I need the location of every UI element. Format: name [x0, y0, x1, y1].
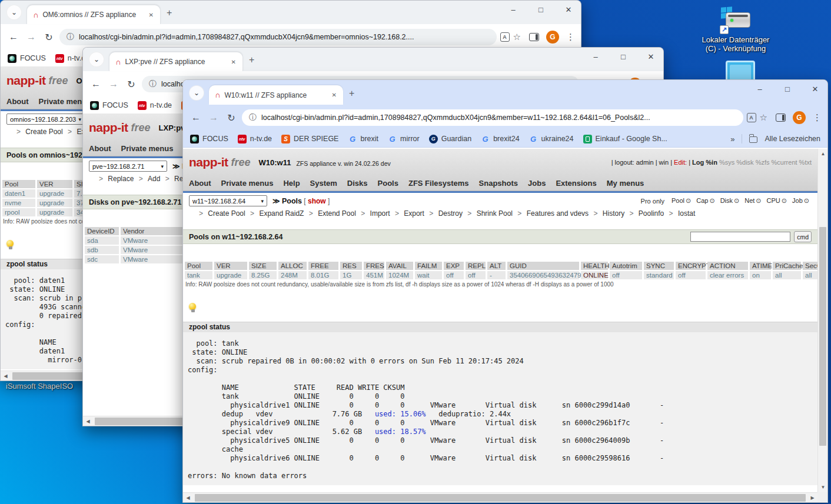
tab-search-chevron-icon[interactable]: ⌄ — [89, 52, 104, 67]
browser-menu-icon[interactable]: ⋮ — [813, 112, 822, 123]
new-tab-button[interactable]: + — [167, 8, 172, 18]
maximize-button[interactable]: □ — [783, 85, 792, 94]
tip-bulb-icon[interactable] — [189, 303, 197, 312]
desktop-icon-label-iso[interactable]: iSumsoft ShapeISO — [6, 382, 73, 390]
maximize-button[interactable]: □ — [619, 52, 627, 61]
submenu-item-7[interactable]: Features and vdevs — [527, 209, 589, 218]
menu-item-9[interactable]: Extensions — [556, 179, 596, 188]
menu-item-10[interactable]: My menus — [607, 179, 644, 188]
bookmark-item-8[interactable]: Einkauf - Google Sh... — [583, 135, 667, 143]
side-panel-icon[interactable] — [529, 33, 539, 41]
menu-item-0[interactable]: About — [189, 179, 211, 188]
monitor-toggle-4[interactable]: CPU⊙ — [767, 197, 787, 205]
scroll-left-icon[interactable]: ◀ — [183, 493, 193, 503]
bookmark-item-0[interactable]: FOCUS — [8, 54, 46, 63]
scroll-left-icon[interactable]: ◀ — [1, 371, 11, 381]
scrollbar-thumb[interactable] — [195, 494, 806, 502]
bookmark-item-0[interactable]: FOCUS — [190, 135, 228, 143]
browser-tab-w10[interactable]: ∩ W10:w11 // ZFS appliance ✕ — [209, 85, 343, 105]
scroll-left-icon[interactable]: ◀ — [83, 416, 93, 426]
menu-item-3[interactable]: System — [310, 179, 337, 188]
monitor-toggle-1[interactable]: Cap⊙ — [696, 197, 714, 205]
forward-icon[interactable]: → — [107, 79, 121, 89]
bookmark-star-icon[interactable]: ☆ — [760, 112, 767, 123]
monitor-toggle-3[interactable]: Net⊙ — [744, 197, 761, 205]
back-icon[interactable]: ← — [189, 112, 203, 123]
maximize-button[interactable]: □ — [537, 5, 545, 14]
submenu-item-6[interactable]: Shrink Pool — [477, 209, 513, 218]
new-tab-button[interactable]: + — [349, 88, 354, 99]
profile-avatar[interactable]: G — [793, 111, 806, 124]
minimize-button[interactable]: – — [756, 85, 764, 94]
tip-bulb-icon[interactable] — [6, 240, 14, 249]
menu-item-4[interactable]: Disks — [347, 179, 368, 188]
bookmark-item-3[interactable]: brexit — [348, 135, 378, 143]
tab-close-icon[interactable]: ✕ — [230, 58, 238, 66]
bookmarks-overflow-icon[interactable]: » — [730, 135, 734, 143]
show-link[interactable]: show — [308, 197, 326, 205]
menu-item-1[interactable]: Private menus — [221, 179, 274, 188]
forward-icon[interactable]: → — [207, 112, 221, 123]
close-button[interactable]: ✕ — [647, 52, 655, 61]
reload-icon[interactable]: ↻ — [224, 112, 238, 124]
reload-icon[interactable]: ↻ — [124, 79, 138, 90]
cmd-input[interactable] — [690, 232, 790, 242]
browser-tab-lxp[interactable]: ∩ LXP:pve // ZFS appliance ✕ — [109, 52, 243, 71]
page-info-icon[interactable]: ⓘ — [67, 32, 74, 42]
translate-icon[interactable]: A — [500, 32, 510, 42]
bookmark-item-0[interactable]: FOCUS — [90, 101, 128, 110]
tab-search-chevron-icon[interactable]: ⌄ — [189, 85, 204, 101]
submenu-item-0[interactable]: Create Pool — [25, 128, 62, 136]
submenu-item-4[interactable]: Export — [404, 209, 424, 218]
submenu-item-0[interactable]: Create Pool — [208, 209, 245, 218]
bookmark-item-2[interactable]: DER SPIEGE — [281, 135, 338, 143]
monitor-toggle-2[interactable]: Disk⊙ — [720, 197, 740, 205]
bookmark-item-1[interactable]: n-tv.de — [138, 101, 172, 110]
cmd-button[interactable]: cmd — [794, 231, 812, 242]
menu-item-0[interactable]: About — [6, 97, 29, 106]
host-select[interactable]: omnios~192.168.2.203 ▾ — [6, 114, 85, 125]
profile-avatar[interactable]: G — [546, 31, 559, 44]
session-bar[interactable]: | logout: admin | win | Edit: | Log %in … — [611, 159, 812, 166]
bookmark-item-5[interactable]: Guardian — [429, 135, 471, 143]
new-tab-button[interactable]: + — [249, 55, 254, 65]
close-button[interactable]: ✕ — [811, 85, 819, 94]
back-icon[interactable]: ← — [89, 79, 103, 89]
page-info-icon[interactable]: ⓘ — [249, 112, 257, 123]
desktop-icon-local-disk-shortcut[interactable]: ↗ Lokaler Datenträger (C) - Verknüpfung — [692, 7, 780, 53]
scroll-down-icon[interactable]: ▼ — [818, 482, 828, 492]
scroll-up-icon[interactable]: ▲ — [818, 149, 828, 159]
bookmark-star-icon[interactable]: ☆ — [513, 32, 521, 42]
submenu-item-1[interactable]: Expand RaidZ — [259, 209, 304, 218]
side-panel-icon[interactable] — [776, 114, 786, 122]
menu-item-1[interactable]: Private menus — [121, 144, 174, 153]
submenu-item-2[interactable]: Extend Pool — [318, 209, 356, 218]
bookmark-item-7[interactable]: ukraine24 — [529, 135, 574, 143]
menu-item-7[interactable]: Snapshots — [479, 179, 518, 188]
minimize-button[interactable]: – — [509, 5, 517, 14]
browser-menu-icon[interactable]: ⋮ — [566, 32, 575, 42]
tab-search-chevron-icon[interactable]: ⌄ — [6, 5, 22, 20]
submenu-item-8[interactable]: History — [603, 209, 624, 218]
submenu-item-10[interactable]: Iostat — [678, 209, 695, 218]
vertical-scrollbar[interactable]: ▲ ▼ — [817, 149, 827, 492]
scroll-right-icon[interactable]: ▶ — [807, 493, 817, 503]
monitor-toggle-5[interactable]: Job⊙ — [792, 197, 809, 205]
bookmark-item-4[interactable]: mirror — [388, 135, 420, 143]
back-icon[interactable]: ← — [6, 32, 21, 42]
address-bar[interactable]: ⓘ localhost/cgi-bin/admin.pl?id=admin,17… — [242, 109, 743, 126]
forward-icon[interactable]: → — [24, 32, 38, 42]
submenu-item-0[interactable]: Replace — [108, 175, 134, 183]
monitor-toggle-0[interactable]: Pool⊙ — [672, 197, 691, 205]
browser-tab-om6[interactable]: ∩ OM6:omnios // ZFS appliance ✕ — [26, 5, 161, 24]
page-info-icon[interactable]: ⓘ — [149, 79, 157, 89]
reload-icon[interactable]: ↻ — [42, 32, 56, 43]
submenu-item-5[interactable]: Destroy — [438, 209, 463, 218]
all-bookmarks-button[interactable]: Alle Lesezeichen — [764, 135, 820, 143]
menu-item-5[interactable]: Pools — [378, 179, 398, 188]
url-text[interactable]: localhost/cgi-bin/admin.pl?id=admin,1708… — [79, 33, 490, 41]
menu-item-2[interactable]: Help — [283, 179, 300, 188]
bookmark-item-6[interactable]: brexit24 — [481, 135, 519, 143]
menu-item-0[interactable]: About — [89, 144, 111, 153]
submenu-item-9[interactable]: Poolinfo — [639, 209, 664, 218]
